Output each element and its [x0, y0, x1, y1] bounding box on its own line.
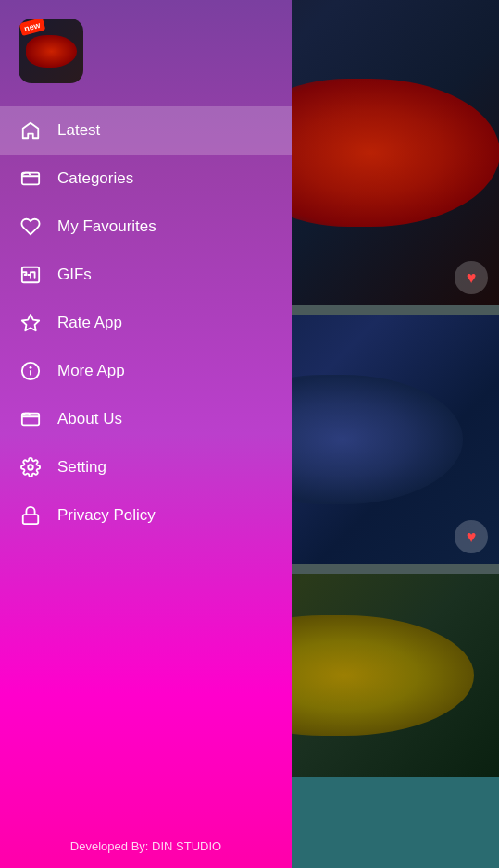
- app-icon-area: new: [0, 0, 292, 97]
- sidebar-item-categories[interactable]: Categories: [0, 155, 292, 203]
- sidebar-item-label-privacy: Privacy Policy: [57, 506, 156, 525]
- sidebar-item-label-categories: Categories: [57, 169, 133, 188]
- lock-icon: [19, 503, 43, 527]
- gear-icon: [19, 455, 43, 479]
- heart-button-2[interactable]: ♥: [455, 520, 488, 553]
- sidebar-item-more[interactable]: More App: [0, 347, 292, 395]
- star-icon: [19, 311, 43, 335]
- sidebar-item-label-setting: Setting: [57, 458, 106, 477]
- sidebar-item-label-about: About Us: [57, 410, 122, 428]
- sidebar-item-setting[interactable]: Setting: [0, 443, 292, 491]
- sidebar-item-label-rate: Rate App: [57, 314, 122, 332]
- folder-icon: [19, 167, 43, 191]
- sidebar-item-label-favourites: My Favourites: [57, 217, 156, 236]
- sidebar: new Latest Categories My Favourites: [0, 0, 292, 868]
- footer-text: Developed By: DIN STUDIO: [70, 839, 221, 853]
- sidebar-item-favourites[interactable]: My Favourites: [0, 203, 292, 251]
- gif-icon: [19, 263, 43, 287]
- app-icon: new: [19, 19, 83, 83]
- heart-button-1[interactable]: ♥: [455, 261, 488, 294]
- sidebar-item-rate[interactable]: Rate App: [0, 299, 292, 347]
- svg-marker-2: [22, 315, 39, 330]
- svg-rect-8: [23, 515, 39, 524]
- sidebar-item-privacy[interactable]: Privacy Policy: [0, 491, 292, 539]
- sidebar-footer: Developed By: DIN STUDIO: [0, 824, 292, 868]
- new-badge: new: [19, 19, 45, 36]
- sidebar-item-label-more: More App: [57, 362, 125, 380]
- nav-items: Latest Categories My Favourites GIFs: [0, 97, 292, 824]
- app-icon-fish: [26, 35, 77, 68]
- home-icon: [19, 118, 43, 143]
- about-folder-icon: [19, 407, 43, 431]
- heart-icon: [19, 215, 43, 239]
- svg-rect-0: [22, 173, 39, 185]
- sidebar-item-gifs[interactable]: GIFs: [0, 251, 292, 299]
- info-circle-icon: [19, 359, 43, 383]
- sidebar-item-latest[interactable]: Latest: [0, 106, 292, 155]
- sidebar-item-label-latest: Latest: [57, 121, 100, 140]
- svg-point-7: [28, 465, 33, 470]
- sidebar-item-about[interactable]: About Us: [0, 395, 292, 443]
- svg-rect-6: [22, 414, 39, 426]
- sidebar-item-label-gifs: GIFs: [57, 266, 92, 284]
